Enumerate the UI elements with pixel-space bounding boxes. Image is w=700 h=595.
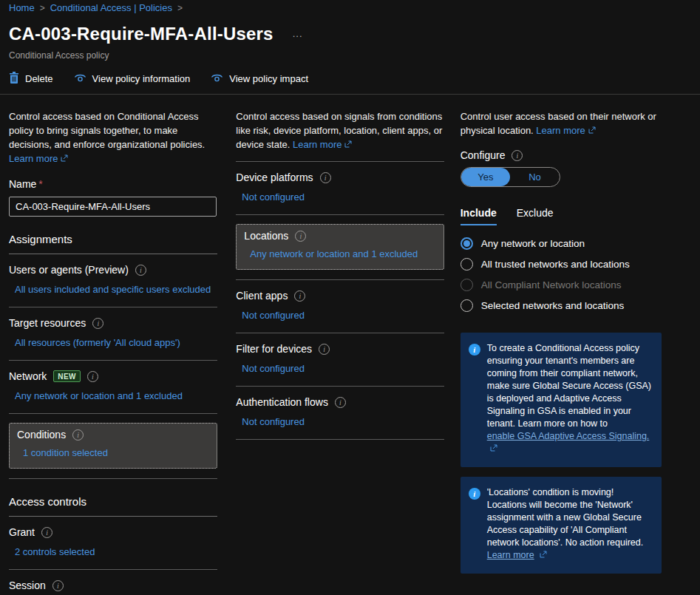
required-asterisk: *: [38, 178, 42, 190]
radio-button: [461, 279, 473, 291]
radio-any-network[interactable]: Any network or location: [461, 237, 691, 250]
condition-item-authentication-flows: Authentication flows i Not configured: [236, 387, 444, 440]
info-icon[interactable]: i: [72, 429, 84, 441]
eye-icon: [211, 73, 223, 85]
filter-for-devices-value-link[interactable]: Not configured: [242, 363, 444, 374]
external-link-icon: [540, 549, 547, 562]
info-icon[interactable]: i: [135, 265, 146, 276]
page-subtitle: Conditional Access policy: [0, 44, 700, 61]
toggle-yes[interactable]: Yes: [461, 168, 511, 186]
info-icon: i: [469, 488, 480, 500]
filter-for-devices-label: Filter for devices: [236, 343, 312, 355]
info-icon[interactable]: i: [294, 290, 305, 302]
assignments-header: Assignments: [9, 233, 217, 254]
session-label: Session: [9, 579, 46, 591]
more-options-button[interactable]: ...: [293, 28, 303, 39]
locations-selected-box[interactable]: Locations i Any network or location and …: [236, 224, 444, 270]
device-platforms-label: Device platforms: [236, 171, 313, 183]
info-icon[interactable]: i: [41, 527, 52, 538]
assignment-item-users: Users or agents (Preview) i All users in…: [9, 254, 217, 307]
policy-description: Control access based on Conditional Acce…: [9, 109, 217, 166]
condition-item-filter-for-devices: Filter for devices i Not configured: [236, 333, 444, 387]
tab-include[interactable]: Include: [461, 207, 497, 225]
condition-item-locations: Locations i Any network or location and …: [236, 215, 444, 280]
conditions-panel: Control access based on signals from con…: [236, 109, 444, 595]
toggle-no[interactable]: No: [510, 168, 560, 186]
radio-button[interactable]: [461, 299, 473, 312]
radio-all-trusted[interactable]: All trusted networks and locations: [461, 258, 691, 271]
location-scope-radio-group: Any network or location All trusted netw…: [461, 237, 691, 312]
delete-button[interactable]: Delete: [9, 72, 53, 86]
network-value-link[interactable]: Any network or location and 1 excluded: [15, 390, 217, 401]
authentication-flows-label: Authentication flows: [236, 396, 328, 408]
info-icon[interactable]: i: [87, 371, 98, 382]
learn-more-link[interactable]: Learn more: [487, 550, 534, 560]
conditions-selected-box[interactable]: Conditions i 1 condition selected: [9, 423, 217, 469]
trash-icon: [9, 72, 19, 86]
breadcrumb-home-link[interactable]: Home: [9, 2, 35, 13]
assignment-item-target-resources: Target resources i All resources (former…: [9, 307, 217, 361]
conditions-description: Control access based on signals from con…: [236, 109, 444, 162]
condition-item-client-apps: Client apps i Not configured: [236, 280, 444, 333]
locations-detail-panel: Control user access based on their netwo…: [461, 109, 691, 595]
radio-all-compliant: All Compliant Network locations: [461, 279, 691, 291]
users-value-link[interactable]: All users included and specific users ex…: [15, 284, 217, 295]
external-link-icon: [490, 443, 497, 455]
info-icon[interactable]: i: [52, 580, 64, 591]
condition-item-device-platforms: Device platforms i Not configured: [236, 162, 444, 215]
learn-more-link[interactable]: Learn more: [9, 153, 68, 164]
command-bar: Delete View policy information View poli…: [0, 61, 700, 95]
authentication-flows-value-link[interactable]: Not configured: [242, 416, 444, 427]
info-icon[interactable]: i: [320, 172, 331, 183]
client-apps-value-link[interactable]: Not configured: [242, 310, 444, 321]
info-icon[interactable]: i: [512, 150, 523, 161]
eye-icon: [74, 73, 86, 85]
breadcrumb-separator: >: [177, 3, 183, 13]
tab-exclude[interactable]: Exclude: [517, 207, 554, 225]
locations-description: Control user access based on their netwo…: [461, 109, 691, 137]
policy-settings-panel: Control access based on Conditional Acce…: [9, 109, 217, 595]
external-link-icon: [344, 137, 352, 152]
configure-toggle[interactable]: Yes No: [461, 167, 560, 187]
grant-label: Grant: [9, 526, 35, 538]
configure-label: Configure i: [461, 149, 691, 161]
access-controls-header: Access controls: [9, 495, 217, 517]
control-item-grant: Grant i 2 controls selected: [9, 517, 217, 570]
radio-button[interactable]: [461, 237, 473, 250]
locations-value-link[interactable]: Any network or location and 1 excluded: [250, 248, 435, 259]
name-label: Name*: [9, 178, 217, 190]
info-icon[interactable]: i: [295, 231, 306, 242]
new-badge: NEW: [53, 370, 81, 382]
learn-more-link[interactable]: Learn more: [536, 125, 595, 136]
policy-name-input[interactable]: [9, 197, 217, 217]
conditions-value-link[interactable]: 1 condition selected: [23, 447, 209, 458]
control-item-session: Session i 0 controls selected: [9, 570, 217, 595]
info-icon[interactable]: i: [92, 318, 103, 329]
info-icon: i: [469, 344, 480, 356]
learn-more-link[interactable]: Learn more: [293, 139, 352, 150]
radio-selected-networks[interactable]: Selected networks and locations: [461, 299, 691, 312]
view-policy-impact-button[interactable]: View policy impact: [211, 73, 308, 85]
grant-value-link[interactable]: 2 controls selected: [15, 546, 217, 557]
locations-label: Locations: [244, 230, 288, 242]
target-resources-value-link[interactable]: All resources (formerly 'All cloud apps'…: [15, 337, 217, 348]
view-policy-information-button[interactable]: View policy information: [74, 73, 191, 85]
target-resources-label: Target resources: [9, 317, 86, 329]
assignment-item-conditions: Conditions i 1 condition selected: [9, 414, 217, 479]
gsa-info-box: i To create a Conditional Access policy …: [461, 333, 662, 467]
locations-moving-info-box: i 'Locations' condition is moving! Locat…: [461, 477, 662, 574]
breadcrumb-separator: >: [40, 3, 45, 13]
info-icon[interactable]: i: [335, 397, 346, 408]
external-link-icon: [61, 152, 68, 166]
include-exclude-tabs: Include Exclude: [461, 207, 691, 225]
device-platforms-value-link[interactable]: Not configured: [242, 191, 444, 203]
gsa-signaling-link[interactable]: enable GSA Adaptive Access Signaling.: [487, 431, 650, 441]
info-icon[interactable]: i: [319, 344, 330, 355]
network-label: Network: [9, 370, 47, 382]
users-label: Users or agents (Preview): [9, 264, 129, 276]
conditions-label: Conditions: [17, 429, 66, 441]
page-title: CA-003-Require-MFA-All-Users: [9, 24, 273, 44]
radio-button[interactable]: [461, 258, 473, 271]
client-apps-label: Client apps: [236, 290, 288, 302]
breadcrumb-policies-link[interactable]: Conditional Access | Policies: [50, 2, 172, 13]
